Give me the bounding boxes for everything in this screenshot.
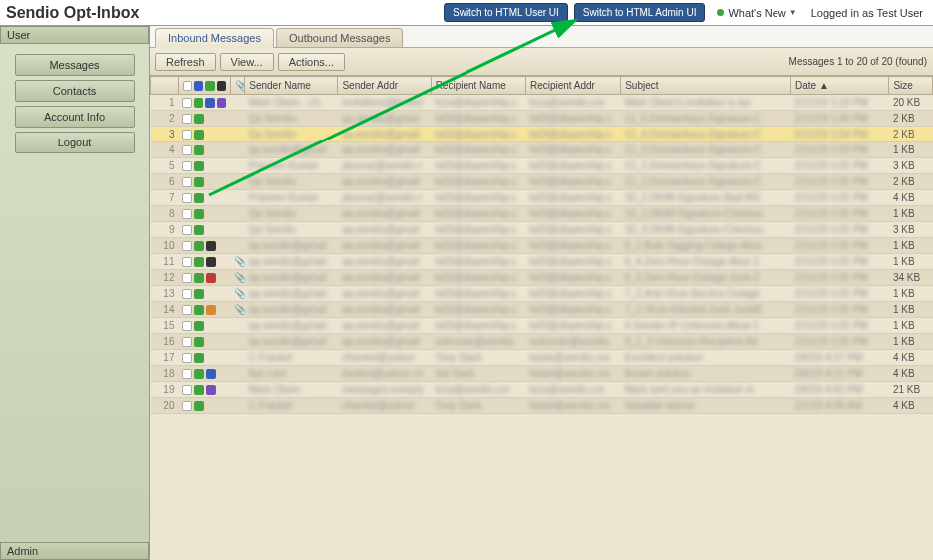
- table-row[interactable]: 3Qa Sendioqa.sendio@gmailts03@dispership…: [151, 127, 933, 142]
- cell: 2/11/19 1:03 PM: [791, 142, 889, 158]
- cell: 2/1/19 4:30 AM: [791, 398, 889, 414]
- sidebar-item-logout[interactable]: Logout: [15, 132, 135, 153]
- col-recipient-name[interactable]: Recipient Name: [431, 77, 525, 95]
- col-attachment[interactable]: 📎: [230, 77, 244, 95]
- cell: 2/11/19 1:01 PM: [791, 254, 889, 270]
- grid-header-row: 📎 Sender Name Sender Addr Recipient Name…: [151, 77, 933, 95]
- sidebar-item-account-info[interactable]: Account Info: [15, 106, 135, 128]
- table-row[interactable]: 12📎qa.sendio@gmail.qa.sendio@gmailts03@d…: [151, 270, 933, 286]
- cell-size: 4 KB: [889, 398, 933, 414]
- cell: qa.sendio@gmail: [338, 302, 431, 318]
- whats-new-label: What's New: [728, 7, 785, 19]
- row-attachment: [230, 111, 244, 127]
- table-row[interactable]: 8Qa Sendioqa.sendio@gmailts03@dispership…: [151, 206, 933, 222]
- row-flags: [178, 334, 230, 350]
- cell: cfrankel@yahoo: [338, 398, 431, 414]
- switch-admin-ui-button[interactable]: Switch to HTML Admin UI: [574, 3, 706, 22]
- table-row[interactable]: 11📎qa.sendio@gmail.qa.sendio@gmailts03@d…: [151, 254, 933, 270]
- flag-white-icon: [182, 209, 192, 219]
- table-row[interactable]: 20C Frankelcfrankel@yahooTony Starktstar…: [151, 398, 933, 414]
- col-subject[interactable]: Subject: [621, 77, 791, 95]
- table-row[interactable]: 19Mark Olsenmessages-noreplyts1a@sendio.…: [151, 382, 933, 398]
- table-row[interactable]: 5Praveen Kumarpkumar@sendio.cts03@disper…: [151, 158, 933, 174]
- row-number: 12: [151, 270, 179, 286]
- flag-white-icon: [182, 385, 192, 395]
- cell: unknown@sendio: [431, 334, 525, 350]
- cell: Valuable advice: [621, 398, 791, 414]
- col-sender-addr[interactable]: Sender Addr: [338, 77, 431, 95]
- cell-size: 4 KB: [889, 366, 933, 382]
- sidebar-user-header[interactable]: User: [0, 26, 149, 44]
- cell-size: 1 KB: [889, 334, 933, 350]
- cell: qa.sendio@gmail: [338, 222, 431, 238]
- flag-green-icon: [194, 369, 204, 379]
- row-attachment: [230, 398, 244, 414]
- table-row[interactable]: 10qa.sendio@gmail.qa.sendio@gmailts03@di…: [151, 238, 933, 254]
- col-recipient-addr[interactable]: Recipient Addr: [525, 77, 620, 95]
- col-rownum[interactable]: [151, 77, 179, 95]
- switch-user-ui-button[interactable]: Switch to HTML User UI: [444, 3, 568, 22]
- tab-inbound[interactable]: Inbound Messages: [156, 28, 274, 48]
- cell: ts03@dispership.c: [431, 111, 525, 127]
- cell: 4.Sender-IP-Unknown-Allow-1: [621, 318, 791, 334]
- cell: ts03@dispership.c: [431, 127, 525, 142]
- cell: 2/11/19 1:01 PM: [791, 190, 889, 206]
- flag-green-icon: [194, 289, 204, 299]
- cell: tstark@sendio.cor: [525, 366, 620, 382]
- table-row[interactable]: 13📎qa.sendio@gmail.qa.sendio@gmailts03@d…: [151, 286, 933, 302]
- sidebar-item-contacts[interactable]: Contacts: [15, 80, 135, 102]
- row-flags: [178, 111, 230, 127]
- table-row[interactable]: 2Qa Sendioqa.sendio@gmailts03@dispership…: [151, 111, 933, 127]
- sidebar-admin-header[interactable]: Admin: [0, 542, 149, 560]
- flag-white-icon: [182, 321, 192, 331]
- sidebar-item-messages[interactable]: Messages: [15, 54, 135, 76]
- cell-size: 1 KB: [889, 318, 933, 334]
- table-row[interactable]: 4qa.sendio@gmail.qa.sendio@gmailts03@dis…: [151, 142, 933, 158]
- table-row[interactable]: 15qa.sendio@gmail.qa.sendio@gmailts03@di…: [151, 318, 933, 334]
- row-attachment: [230, 382, 244, 398]
- row-number: 4: [151, 142, 179, 158]
- tab-outbound[interactable]: Outbound Messages: [276, 28, 404, 47]
- col-sender-name[interactable]: Sender Name: [245, 77, 338, 95]
- table-row[interactable]: 9Qa Sendioqa.sendio@gmailts03@dispership…: [151, 222, 933, 238]
- actions-button[interactable]: Actions...: [278, 53, 345, 71]
- view-button[interactable]: View...: [220, 53, 274, 71]
- cell: 11_2.Domainkeys-Signature-C: [621, 174, 791, 190]
- row-flags: [178, 238, 230, 254]
- cell-size: 2 KB: [889, 127, 933, 142]
- row-number: 15: [151, 318, 179, 334]
- refresh-button[interactable]: Refresh: [156, 53, 216, 71]
- table-row[interactable]: 6Qa Sendioqa.sendio@gmailts03@dispership…: [151, 174, 933, 190]
- row-attachment: [230, 127, 244, 142]
- cell: ts1a@dispership.c: [431, 95, 525, 111]
- flag-white-icon: [182, 130, 192, 140]
- row-attachment: [230, 142, 244, 158]
- row-flags: [178, 254, 230, 270]
- col-date[interactable]: Date ▲: [791, 77, 889, 95]
- table-row[interactable]: 14📎qa.sendio@gmail.qa.sendio@gmailts03@d…: [151, 302, 933, 318]
- cell: qa.sendio@gmail.: [245, 238, 338, 254]
- row-flags: [178, 206, 230, 222]
- row-attachment: [230, 222, 244, 238]
- table-row[interactable]: 16qa.sendio@gmail.qa.sendio@gmailunknown…: [151, 334, 933, 350]
- message-grid[interactable]: 📎 Sender Name Sender Addr Recipient Name…: [150, 76, 933, 560]
- cell: 2/11/19 1:01 PM: [791, 270, 889, 286]
- cell-size: 1 KB: [889, 238, 933, 254]
- whats-new-menu[interactable]: What's New ▼: [717, 7, 796, 19]
- flag-green-icon: [194, 193, 204, 203]
- row-flags: [178, 366, 230, 382]
- cell-size: 1 KB: [889, 254, 933, 270]
- table-row[interactable]: 18Ilan Leviilanlevi@yahoo.coSal Starktst…: [151, 366, 933, 382]
- table-row[interactable]: 17C Frankelcfrankel@yahooTony Starktstar…: [151, 350, 933, 366]
- sidebar: User Messages Contacts Account Info Logo…: [0, 26, 150, 560]
- table-row[interactable]: 7Praveen Kumarpkumar@sendio.cts03@disper…: [151, 190, 933, 206]
- table-row[interactable]: 1Mark Olsen - ch.invitations@linkedts1a@…: [151, 95, 933, 111]
- cell: ts03@dispership.c: [431, 158, 525, 174]
- cell: ts03@dispership.c: [525, 111, 620, 127]
- flag-green-icon: [194, 401, 204, 411]
- col-flags[interactable]: [178, 77, 230, 95]
- col-size[interactable]: Size: [889, 77, 933, 95]
- message-count-label: Messages 1 to 20 of 20 (found): [789, 56, 927, 67]
- row-attachment: [230, 350, 244, 366]
- cell: qa.sendio@gmail: [338, 127, 431, 142]
